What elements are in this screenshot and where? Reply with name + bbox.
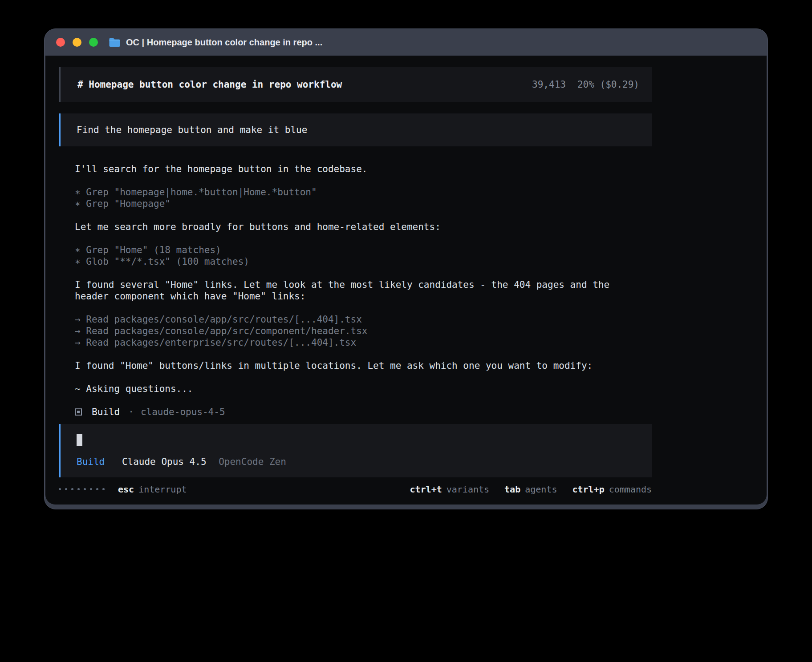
tool-call-line: ∗ Grep "Homepage": [75, 198, 652, 210]
assistant-working-message: ~ Asking questions...: [75, 383, 652, 395]
assistant-text-line: ~ Asking questions...: [75, 383, 652, 395]
assistant-message: Let me search more broadly for buttons a…: [75, 221, 652, 233]
window-controls: [56, 38, 98, 47]
hint-label: agents: [525, 484, 557, 495]
tool-call-group: → Read packages/console/app/src/routes/[…: [75, 314, 652, 348]
terminal-content: # Homepage button color change in repo w…: [45, 56, 767, 505]
agent-model: claude-opus-4-5: [141, 406, 225, 418]
agent-status-line: Build · claude-opus-4-5: [75, 406, 652, 418]
hint-agents: tabagents: [504, 484, 557, 495]
window-title: OC | Homepage button color change in rep…: [126, 37, 322, 48]
model-label[interactable]: Claude Opus 4.5: [122, 456, 207, 467]
spinner-dots-icon: [59, 488, 105, 490]
transcript: I'll search for the homepage button in t…: [75, 163, 652, 418]
tool-call-line: → Read packages/console/app/src/componen…: [75, 325, 652, 337]
user-message: Find the homepage button and make it blu…: [59, 113, 652, 146]
hint-key: ctrl+t: [410, 484, 442, 495]
tool-call-group: ∗ Grep "homepage|home.*button|Home.*butt…: [75, 186, 652, 210]
tool-call-line: → Read packages/console/app/src/routes/[…: [75, 314, 652, 325]
assistant-text-line: I'll search for the homepage button in t…: [75, 163, 652, 175]
input-mode-line: Build Claude Opus 4.5 OpenCode Zen: [77, 456, 639, 468]
assistant-message: I'll search for the homepage button in t…: [75, 163, 652, 175]
interrupt-key: esc: [118, 484, 134, 495]
assistant-text-line: I found several "Home" links. Let me loo…: [75, 279, 637, 302]
tool-call-line: → Read packages/enterprise/src/routes/[.…: [75, 337, 652, 348]
mode-label[interactable]: Build: [77, 456, 105, 467]
desktop: OC | Homepage button color change in rep…: [0, 0, 812, 662]
minimize-button[interactable]: [73, 38, 81, 47]
close-button[interactable]: [56, 38, 65, 47]
terminal-window: OC | Homepage button color change in rep…: [44, 28, 768, 509]
tool-call-line: ∗ Grep "homepage|home.*button|Home.*butt…: [75, 186, 652, 198]
keyboard-hints: ctrl+tvariants tabagents ctrl+pcommands: [394, 484, 652, 495]
interrupt-label: interrupt: [138, 484, 187, 495]
prompt-input[interactable]: Build Claude Opus 4.5 OpenCode Zen: [59, 424, 652, 477]
titlebar: OC | Homepage button color change in rep…: [45, 29, 767, 56]
hint-key: tab: [504, 484, 520, 495]
hint-key: ctrl+p: [572, 484, 604, 495]
session-stats: 39,413 20% ($0.29): [532, 79, 639, 90]
agent-name: Build: [92, 406, 120, 418]
interrupt-hint: escinterrupt: [118, 484, 187, 495]
status-bar: escinterrupt ctrl+tvariants tabagents ct…: [59, 484, 652, 495]
assistant-message: I found several "Home" links. Let me loo…: [75, 279, 637, 302]
hint-label: commands: [609, 484, 652, 495]
assistant-text-line: Let me search more broadly for buttons a…: [75, 221, 652, 233]
assistant-text-line: I found "Home" buttons/links in multiple…: [75, 360, 652, 371]
status-separator: ·: [128, 406, 134, 418]
provider-label: OpenCode Zen: [219, 456, 286, 467]
folder-icon: [109, 37, 121, 47]
session-header: # Homepage button color change in repo w…: [59, 67, 652, 102]
session-title: # Homepage button color change in repo w…: [77, 79, 342, 90]
tool-call-line: ∗ Grep "Home" (18 matches): [75, 244, 652, 256]
user-message-text: Find the homepage button and make it blu…: [77, 125, 307, 135]
maximize-button[interactable]: [89, 38, 98, 47]
agent-status-icon: [75, 408, 82, 416]
hint-label: variants: [447, 484, 489, 495]
hint-commands: ctrl+pcommands: [572, 484, 652, 495]
tool-call-group: ∗ Grep "Home" (18 matches) ∗ Glob "**/*.…: [75, 244, 652, 267]
text-cursor: [77, 434, 82, 446]
token-count: 39,413: [532, 79, 566, 90]
context-usage: 20% ($0.29): [577, 79, 639, 90]
tool-call-line: ∗ Glob "**/*.tsx" (100 matches): [75, 256, 652, 267]
assistant-message: I found "Home" buttons/links in multiple…: [75, 360, 652, 371]
hint-variants: ctrl+tvariants: [410, 484, 489, 495]
